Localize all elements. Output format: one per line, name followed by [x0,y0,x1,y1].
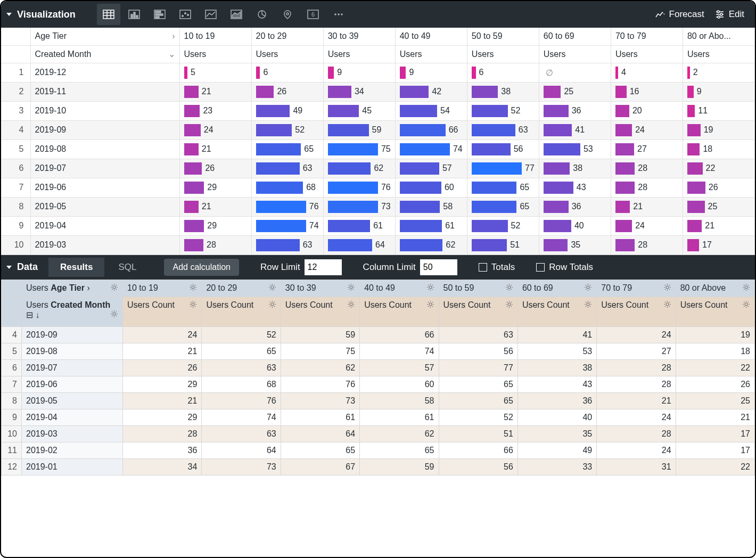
col-header[interactable]: 40 to 49 [395,28,467,45]
measure-cell[interactable]: 61 [281,409,359,425]
measure-cell[interactable]: 66 [360,326,439,343]
measure-cell[interactable]: 26 [251,82,323,101]
measure-cell[interactable]: 54 [395,101,467,120]
measure-cell[interactable]: 73 [323,197,395,216]
measure-cell[interactable]: 6 [251,63,323,82]
table-viz-button[interactable] [97,4,120,25]
measure-cell[interactable]: 63 [439,326,517,343]
dimension-value[interactable]: 2019-11 [30,82,179,101]
map-viz-button[interactable] [276,4,299,25]
measure-cell[interactable]: 21 [597,392,676,409]
measure-cell[interactable]: 57 [395,159,467,178]
col-header[interactable]: 50 to 59 [467,28,539,45]
data-measure-header[interactable]: Users Count [517,297,596,326]
measure-cell[interactable]: 28 [611,178,683,197]
measure-cell[interactable]: 56 [439,343,517,359]
measure-cell[interactable]: 67 [281,458,359,475]
add-calculation-button[interactable]: Add calculation [164,259,239,276]
measure-cell[interactable]: 22 [676,458,754,475]
measure-cell[interactable]: 63 [251,235,323,255]
measure-cell[interactable]: 56 [439,458,517,475]
gear-icon[interactable] [584,300,592,310]
dimension-value[interactable]: 2019-06 [30,178,179,197]
measure-cell[interactable]: 28 [597,425,676,442]
measure-cell[interactable]: 53 [539,140,611,159]
dimension-value[interactable]: 2019-01 [22,458,123,475]
measure-cell[interactable]: 18 [683,140,754,159]
measure-cell[interactable]: 68 [251,178,323,197]
measure-cell[interactable]: 25 [683,197,754,216]
measure-cell[interactable]: ∅ [539,63,611,82]
measure-cell[interactable]: 38 [539,159,611,178]
measure-cell[interactable]: 73 [281,392,359,409]
measure-cell[interactable]: 65 [360,442,439,458]
measure-cell[interactable]: 61 [360,409,439,425]
col-header[interactable]: 80 or Abo... [683,28,754,45]
measure-cell[interactable]: 63 [202,359,281,376]
measure-cell[interactable]: 28 [611,159,683,178]
measure-cell[interactable]: 65 [467,178,539,197]
gear-icon[interactable] [663,283,671,293]
measure-cell[interactable]: 51 [467,235,539,255]
data-col-header[interactable]: 40 to 49 [360,280,439,297]
measure-cell[interactable]: 38 [517,359,596,376]
measure-cell[interactable]: 36 [123,442,202,458]
col-header[interactable]: 70 to 79 [611,28,683,45]
data-pivot-header[interactable]: Users Age Tier › [22,280,123,297]
measure-cell[interactable]: 29 [179,216,251,235]
row-totals-checkbox[interactable] [536,263,545,272]
measure-cell[interactable]: 59 [323,120,395,140]
measure-cell[interactable]: 61 [323,216,395,235]
measure-cell[interactable]: 62 [281,359,359,376]
data-measure-header[interactable]: Users Count [676,297,754,326]
measure-cell[interactable]: 59 [281,326,359,343]
measure-cell[interactable]: 20 [611,101,683,120]
measure-cell[interactable]: 26 [676,376,754,392]
data-measure-header[interactable]: Users Count [202,297,281,326]
measure-cell[interactable]: 43 [517,376,596,392]
col-header[interactable]: 30 to 39 [323,28,395,45]
gear-icon[interactable] [505,283,513,293]
dimension-value[interactable]: 2019-05 [22,392,123,409]
data-col-header[interactable]: 80 or Above [676,280,754,297]
measure-header[interactable]: Users [467,45,539,63]
column-limit-input[interactable] [420,259,457,275]
data-measure-header[interactable]: Users Count [281,297,359,326]
dimension-value[interactable]: 2019-07 [22,359,123,376]
measure-cell[interactable]: 76 [202,392,281,409]
measure-cell[interactable]: 63 [251,159,323,178]
measure-cell[interactable]: 27 [597,343,676,359]
data-measure-header[interactable]: Users Count [597,297,676,326]
measure-cell[interactable]: 51 [439,425,517,442]
measure-cell[interactable]: 24 [597,409,676,425]
measure-cell[interactable]: 52 [202,326,281,343]
measure-cell[interactable]: 31 [597,458,676,475]
measure-cell[interactable]: 40 [517,409,596,425]
data-measure-header[interactable]: Users Count [439,297,517,326]
measure-cell[interactable]: 24 [123,326,202,343]
measure-header[interactable]: Users [323,45,395,63]
forecast-button[interactable]: Forecast [650,6,710,23]
measure-cell[interactable]: 74 [202,409,281,425]
measure-cell[interactable]: 49 [517,442,596,458]
dimension-value[interactable]: 2019-03 [22,425,123,442]
measure-cell[interactable]: 6 [467,63,539,82]
results-tab[interactable]: Results [48,258,104,277]
gear-icon[interactable] [426,300,434,310]
measure-cell[interactable]: 21 [179,82,251,101]
measure-cell[interactable]: 34 [123,458,202,475]
dimension-value[interactable]: 2019-03 [30,235,179,255]
gear-icon[interactable] [426,283,434,293]
measure-cell[interactable]: 38 [467,82,539,101]
measure-cell[interactable]: 64 [323,235,395,255]
measure-cell[interactable]: 75 [323,140,395,159]
dimension-value[interactable]: 2019-04 [22,409,123,425]
dimension-value[interactable]: 2019-08 [30,140,179,159]
col-header[interactable]: 60 to 69 [539,28,611,45]
measure-cell[interactable]: 5 [179,63,251,82]
measure-cell[interactable]: 77 [439,359,517,376]
measure-cell[interactable]: 21 [123,343,202,359]
measure-cell[interactable]: 62 [323,159,395,178]
measure-cell[interactable]: 21 [611,197,683,216]
measure-cell[interactable]: 21 [676,409,754,425]
